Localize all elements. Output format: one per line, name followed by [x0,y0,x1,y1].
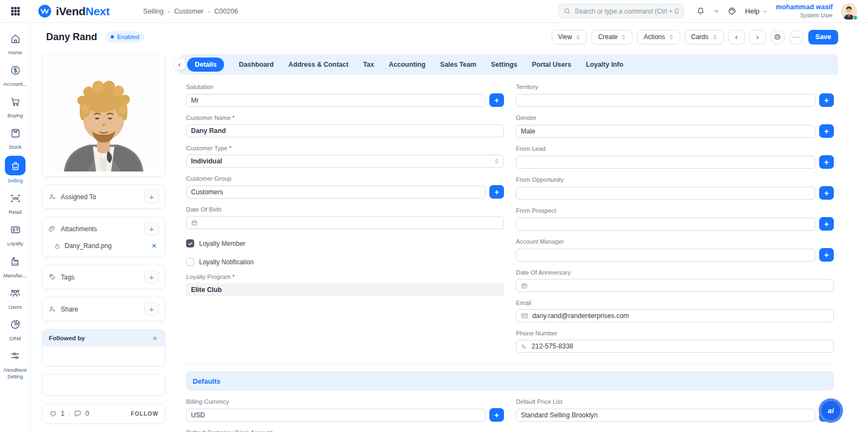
field-territory: Territory + [516,84,834,107]
tab-portal-users[interactable]: Portal Users [532,61,571,68]
chevron-left-icon: ‹ [735,33,738,41]
add-from-opportunity-button[interactable]: + [819,186,834,200]
user-menu[interactable]: mohammad wasif System User [776,3,833,19]
help-menu[interactable]: Help [745,7,768,15]
sidebar-item-crm[interactable]: CRM [0,316,30,342]
billing-currency-input[interactable]: USD [186,409,486,422]
heart-icon[interactable] [49,409,58,418]
ai-assistant-button[interactable]: ai [819,398,843,423]
default-price-list-input[interactable]: Standard Selling Brooklyn [516,409,815,422]
customer-group-input[interactable]: Customers [186,186,486,199]
sort-chevrons-icon [712,34,717,40]
customer-type-select[interactable]: Individual [186,155,504,168]
notifications-bell-icon[interactable] [696,7,705,16]
date-of-birth-input[interactable] [186,216,504,229]
sidebar-item-buying[interactable]: Buying [0,93,30,119]
attachment-item[interactable]: Dany_Rand.png ✕ [54,242,159,250]
add-from-prospect-button[interactable]: + [819,217,834,231]
cards-button[interactable]: Cards [685,30,724,45]
breadcrumb-separator: › [168,8,170,15]
next-record-button[interactable]: › [749,30,766,45]
gender-input[interactable]: Male [516,125,815,138]
from-opportunity-input[interactable] [516,187,815,200]
share-user-icon [48,305,56,313]
add-from-lead-button[interactable]: + [819,155,834,169]
tab-accounting[interactable]: Accounting [389,61,426,68]
remove-attachment-icon[interactable]: ✕ [151,242,157,250]
sidebar-item-ivendnext-setting[interactable]: iVendNext Setting [0,347,30,380]
online-status-dot [853,15,858,20]
sidebar-item-stock[interactable]: Stock [0,124,30,150]
salutation-input[interactable]: Mr [186,94,486,107]
follow-button[interactable]: FOLLOW [131,410,158,417]
account-manager-input[interactable] [516,249,815,262]
add-tag-button[interactable]: + [144,270,159,284]
sidebar-item-manufacturing[interactable]: Manufac... [0,253,30,279]
like-count: 1 [61,410,65,417]
plus-icon: + [824,126,829,136]
sidebar-item-users[interactable]: Users [0,284,30,310]
date-of-anniversary-input[interactable] [516,279,834,292]
brand-logo[interactable]: iVendNext [37,4,110,18]
save-button[interactable]: Save [808,30,838,45]
status-dot-icon [111,35,114,39]
add-billing-currency-button[interactable]: + [489,408,504,422]
loyalty-member-checkbox[interactable]: Loyalty Member [186,239,504,247]
phone-number-input[interactable]: 212-575-8338 [516,340,834,353]
collapse-chevron-up-icon[interactable] [151,334,158,341]
tab-sales-team[interactable]: Sales Team [440,61,476,68]
search-input[interactable] [575,8,679,15]
defaults-section-header[interactable]: Defaults [186,371,834,391]
notifications-chevron-down-icon[interactable] [713,8,719,14]
tab-tax[interactable]: Tax [363,61,374,68]
engagement-bar: 1 · 0 FOLLOW [42,403,165,424]
user-avatar[interactable] [841,3,857,20]
add-attachment-button[interactable]: + [144,222,159,236]
sidebar-item-accounting[interactable]: Accounti... [0,61,30,87]
loyalty-card-icon [5,221,25,238]
add-territory-button[interactable]: + [819,93,834,107]
tab-address-contact[interactable]: Address & Contact [289,61,349,68]
sidebar-item-retail[interactable]: Retail [0,189,30,215]
breadcrumb-selling[interactable]: Selling [143,8,164,15]
global-search[interactable] [558,4,684,18]
app-grid-icon[interactable] [10,5,21,17]
tab-settings[interactable]: Settings [491,61,518,68]
from-prospect-input[interactable] [516,218,815,231]
tab-dashboard[interactable]: Dashboard [239,61,273,68]
more-options-button[interactable]: ··· [789,30,804,45]
tab-loyalty-info[interactable]: Loyalty Info [586,61,623,68]
sidebar-item-selling[interactable]: Selling [0,156,30,184]
defaults-column-left: Billing Currency USD + Default Company B… [186,391,504,432]
customer-name-input[interactable]: Dany Rand [186,124,504,137]
actions-button[interactable]: Actions [637,30,680,45]
sidebar-item-loyalty[interactable]: Loyalty [0,221,30,247]
comment-bubble-icon[interactable] [73,409,82,418]
breadcrumb-record-id[interactable]: C00206 [214,8,238,15]
add-salutation-button[interactable]: + [489,93,504,107]
theme-palette-icon[interactable] [727,7,737,16]
view-button[interactable]: View [552,30,588,45]
field-customer-name: Customer Name* Dany Rand [186,115,504,137]
add-gender-button[interactable]: + [819,124,834,138]
add-account-manager-button[interactable]: + [819,248,834,262]
collapse-sidebar-button[interactable]: ‹ [174,58,186,70]
add-assignment-button[interactable]: + [144,190,159,204]
from-lead-input[interactable] [516,156,815,169]
loyalty-notification-checkbox[interactable]: Loyalty Notification [186,258,504,266]
email-input[interactable]: dany.rand@randenterprises.com [516,309,834,322]
sidebar-item-home[interactable]: Home [0,30,30,56]
comment-box[interactable] [42,374,165,396]
tab-details[interactable]: Details [187,58,224,72]
territory-input[interactable] [516,94,815,107]
add-share-button[interactable]: + [144,302,159,316]
box-icon [5,124,25,142]
breadcrumb-customer[interactable]: Customer [174,8,203,15]
paperclip-icon [48,225,56,233]
create-button[interactable]: Create [591,30,633,45]
attachment-filename[interactable]: Dany_Rand.png [65,242,112,250]
add-customer-group-button[interactable]: + [489,185,504,199]
previous-record-button[interactable]: ‹ [728,30,745,45]
print-button[interactable] [770,30,785,45]
followed-by-header[interactable]: Followed by [42,329,165,346]
